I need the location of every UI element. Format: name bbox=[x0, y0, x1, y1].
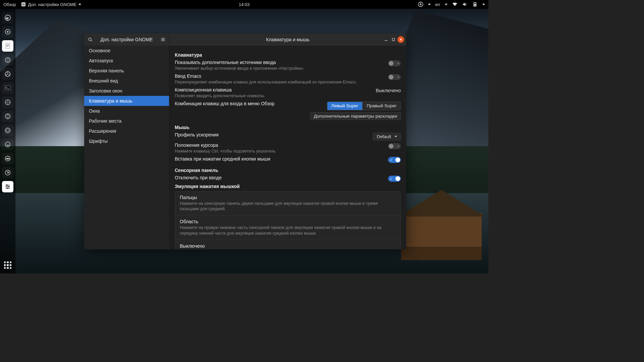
svg-rect-13 bbox=[6, 45, 9, 46]
dock-text-editor[interactable] bbox=[2, 40, 13, 52]
svg-point-20 bbox=[6, 74, 7, 75]
gnome-tweaks-window: Доп. настройки GNOME Клавиатура и мышь О… bbox=[84, 34, 406, 249]
sidebar-item-keyboard-mouse[interactable]: Клавиатура и мышь bbox=[84, 96, 169, 106]
window-titlebar[interactable]: Доп. настройки GNOME Клавиатура и мышь bbox=[84, 34, 406, 46]
sidebar-item-extensions[interactable]: Расширения bbox=[84, 126, 169, 136]
dock-app-6[interactable] bbox=[2, 125, 13, 136]
overview-key-left-super[interactable]: Левый Super bbox=[327, 102, 363, 110]
dock-firefox[interactable] bbox=[2, 12, 13, 23]
hamburger-menu-button[interactable] bbox=[157, 34, 169, 46]
label-overview-shortcut: Комбинация клавиш для входа в меню Обзор bbox=[175, 101, 323, 106]
section-keyboard: Клавиатура bbox=[175, 52, 401, 58]
app-menu-label: Доп. настройки GNOME bbox=[28, 2, 77, 7]
value-compose-key[interactable]: Выключено bbox=[376, 88, 401, 93]
label-middle-click-paste: Вставка при нажатии средней кнопки мыши bbox=[175, 156, 384, 162]
dock-gnome-tweaks[interactable] bbox=[2, 181, 13, 192]
switch-disable-while-typing[interactable]: ✓ bbox=[388, 176, 401, 182]
volume-icon[interactable] bbox=[462, 2, 468, 7]
combo-accel-profile[interactable]: Default bbox=[373, 133, 401, 140]
dock-app-4[interactable] bbox=[2, 97, 13, 108]
overview-key-right-super[interactable]: Правый Super bbox=[362, 102, 400, 110]
chevron-down-icon bbox=[482, 4, 485, 5]
svg-rect-1 bbox=[22, 4, 25, 4]
sidebar-item-general[interactable]: Основное bbox=[84, 46, 169, 56]
svg-point-15 bbox=[5, 58, 10, 63]
desc-extra-input-sources: Увеличивает выбор источников ввода в при… bbox=[175, 66, 384, 71]
svg-rect-21 bbox=[5, 86, 11, 90]
dock-app-3[interactable] bbox=[2, 68, 13, 80]
svg-point-35 bbox=[8, 186, 9, 187]
search-button[interactable] bbox=[84, 34, 96, 46]
sidebar-item-titlebars[interactable]: Заголовки окон bbox=[84, 86, 169, 96]
desc-compose-key: Позволяет вводить дополнительные символы… bbox=[175, 93, 372, 99]
svg-point-18 bbox=[7, 72, 8, 73]
combo-accel-profile-value: Default bbox=[377, 134, 391, 139]
click-emulation-list: Пальцы Нажмите на сенсорную панель двумя… bbox=[175, 191, 401, 250]
dock-app-5[interactable] bbox=[2, 111, 13, 122]
keyboard-layout-indicator[interactable]: en bbox=[435, 2, 440, 7]
svg-rect-40 bbox=[161, 39, 165, 40]
sidebar-item-fonts[interactable]: Шрифты bbox=[84, 136, 169, 146]
svg-point-17 bbox=[7, 73, 8, 75]
svg-line-38 bbox=[91, 40, 92, 41]
dock-terminal[interactable] bbox=[2, 82, 13, 94]
settings-content: Клавиатура Показывать дополнительные ист… bbox=[169, 46, 406, 249]
maximize-button[interactable] bbox=[390, 36, 397, 43]
label-click-emulation: Эмуляция нажатия мышкой bbox=[175, 184, 401, 189]
sidebar-item-topbar[interactable]: Верхняя панель bbox=[84, 66, 169, 76]
label-locate-pointer: Положение курсора bbox=[175, 142, 384, 148]
app-menu[interactable]: Доп. настройки GNOME bbox=[21, 2, 82, 7]
sidebar-item-appearance[interactable]: Внешний вид bbox=[84, 76, 169, 86]
svg-rect-41 bbox=[161, 41, 165, 41]
battery-icon[interactable] bbox=[472, 2, 478, 7]
switch-emacs-input[interactable]: × bbox=[388, 74, 401, 80]
accessibility-icon[interactable] bbox=[418, 2, 423, 7]
tweaks-icon bbox=[21, 2, 26, 7]
click-emulation-area[interactable]: Область Нажмите на правую нижнюю часть с… bbox=[175, 215, 400, 240]
clock[interactable]: 14:03 bbox=[239, 2, 250, 7]
gnome-top-bar: Обзор Доп. настройки GNOME 14:03 en bbox=[0, 0, 488, 9]
dock-app-1[interactable] bbox=[2, 26, 13, 38]
svg-point-24 bbox=[5, 128, 10, 133]
button-additional-layout-options[interactable]: Дополнительные параметры раскладки bbox=[310, 112, 401, 120]
svg-point-26 bbox=[5, 142, 10, 147]
dock-app-7[interactable] bbox=[2, 139, 13, 150]
svg-point-37 bbox=[89, 38, 91, 41]
label-emacs-input: Ввод Emacs bbox=[175, 73, 384, 79]
svg-rect-0 bbox=[21, 2, 25, 6]
label-compose-key: Композиционная клавиша bbox=[175, 87, 372, 93]
switch-middle-click-paste[interactable]: ✓ bbox=[388, 157, 401, 163]
sidebar-item-startup[interactable]: Автозапуск bbox=[84, 56, 169, 66]
svg-rect-39 bbox=[161, 38, 165, 39]
svg-point-36 bbox=[7, 188, 8, 189]
close-button[interactable] bbox=[397, 36, 404, 43]
show-applications-button[interactable] bbox=[0, 261, 15, 269]
svg-point-23 bbox=[5, 114, 10, 119]
svg-point-30 bbox=[5, 170, 10, 175]
sidebar-item-workspaces[interactable]: Рабочие места bbox=[84, 116, 169, 126]
svg-rect-11 bbox=[6, 43, 10, 49]
segmented-overview-key: Левый Super Правый Super bbox=[327, 102, 401, 110]
network-wifi-icon[interactable] bbox=[452, 2, 458, 7]
titlebar-left-title: Доп. настройки GNOME bbox=[96, 37, 157, 42]
category-sidebar: Основное Автозапуск Верхняя панель Внешн… bbox=[84, 46, 169, 249]
section-mouse: Мышь bbox=[175, 125, 401, 130]
chevron-down-icon bbox=[445, 4, 447, 5]
minimize-button[interactable] bbox=[383, 36, 389, 43]
svg-rect-7 bbox=[474, 4, 476, 6]
click-emulation-fingers[interactable]: Пальцы Нажмите на сенсорную панель двумя… bbox=[175, 191, 400, 216]
activities-button[interactable]: Обзор bbox=[3, 2, 16, 7]
chevron-down-icon bbox=[428, 4, 431, 5]
desc-emacs-input: Переопределяет комбинации клавиш для исп… bbox=[175, 79, 384, 85]
svg-point-4 bbox=[420, 3, 421, 4]
svg-rect-27 bbox=[6, 145, 9, 146]
dock-app-2[interactable] bbox=[2, 54, 13, 66]
sidebar-item-windows[interactable]: Окна bbox=[84, 106, 169, 116]
dock-app-8[interactable] bbox=[2, 153, 13, 164]
switch-extra-input-sources[interactable]: × bbox=[388, 60, 401, 66]
svg-point-19 bbox=[9, 74, 10, 75]
switch-locate-pointer[interactable]: × bbox=[388, 143, 401, 149]
svg-rect-6 bbox=[474, 2, 476, 3]
click-emulation-disabled[interactable]: Выключено Не использовать эмуляцию мыши. bbox=[175, 240, 400, 249]
dock-app-9[interactable] bbox=[2, 167, 13, 178]
